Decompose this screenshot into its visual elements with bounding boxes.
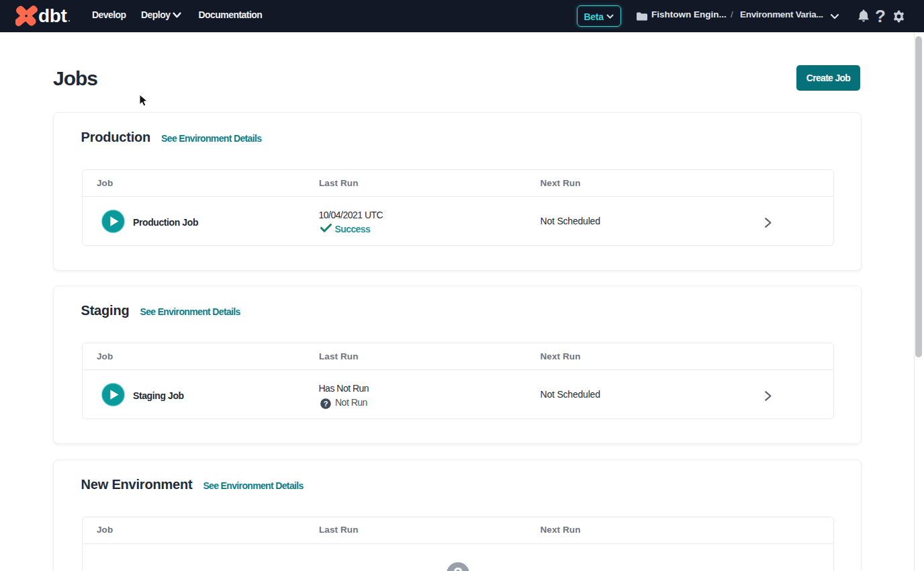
svg-text:?: ? <box>453 565 463 571</box>
svg-text:?: ? <box>323 399 328 407</box>
